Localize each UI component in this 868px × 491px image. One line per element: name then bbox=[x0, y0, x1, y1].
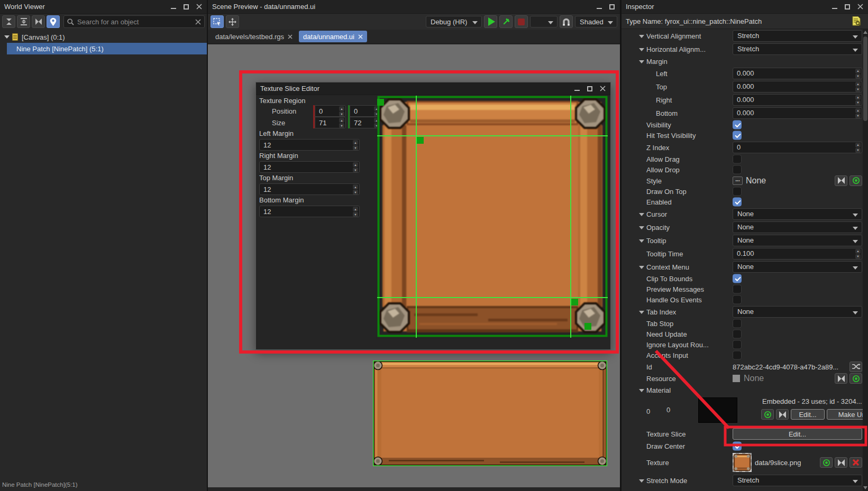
z-index-field[interactable]: 0▲▼ bbox=[733, 142, 862, 153]
edit-material-button[interactable]: Edit... bbox=[791, 409, 825, 420]
top-field[interactable]: 0.000▲▼ bbox=[733, 81, 862, 92]
bottom-field[interactable]: 0.000▲▼ bbox=[733, 107, 862, 119]
right-field[interactable]: 0.000▲▼ bbox=[733, 94, 862, 106]
locate-resource-button[interactable] bbox=[849, 373, 862, 384]
spin-arrows[interactable]: ▲▼ bbox=[353, 184, 358, 194]
collapse-arrow-icon[interactable] bbox=[639, 226, 644, 229]
make-unique-button[interactable]: Make Unique bbox=[827, 409, 863, 420]
collapse-arrow-icon[interactable] bbox=[639, 60, 644, 63]
maximize-icon[interactable] bbox=[182, 3, 190, 11]
spin-arrows[interactable]: ▲▼ bbox=[353, 162, 358, 172]
clear-selection-button[interactable] bbox=[32, 15, 45, 28]
find-usages-button[interactable] bbox=[852, 16, 861, 27]
scrollbar-thumb[interactable] bbox=[863, 36, 867, 121]
tree-item-canvas[interactable]: [Canvas] (0:1) bbox=[0, 31, 207, 43]
minimize-icon[interactable] bbox=[573, 85, 581, 92]
maximize-icon[interactable] bbox=[608, 3, 616, 11]
position-y-field[interactable]: 0▲▼ bbox=[348, 105, 381, 117]
stretch-mode-dropdown[interactable]: Stretch bbox=[733, 475, 862, 486]
scroll-down-icon[interactable] bbox=[863, 486, 867, 489]
unassign-style-button[interactable] bbox=[835, 175, 847, 186]
inspector-scrollbar[interactable] bbox=[863, 29, 868, 491]
collapse-arrow-icon[interactable] bbox=[639, 389, 644, 392]
allow-drop-checkbox[interactable] bbox=[733, 165, 742, 174]
need-update-checkbox[interactable] bbox=[733, 330, 742, 339]
collapse-arrow-icon[interactable] bbox=[639, 266, 644, 269]
draw-on-top-checkbox[interactable] bbox=[733, 187, 742, 196]
locate-selection-button[interactable] bbox=[47, 15, 60, 28]
cursor-dropdown[interactable]: None bbox=[733, 208, 862, 220]
expand-all-button[interactable] bbox=[17, 15, 30, 28]
spin-arrows[interactable]: ▲▼ bbox=[855, 69, 861, 79]
close-icon[interactable] bbox=[599, 85, 606, 92]
maximize-icon[interactable] bbox=[844, 3, 851, 11]
allow-drag-checkbox[interactable] bbox=[733, 155, 742, 164]
remove-texture-button[interactable] bbox=[849, 457, 862, 468]
stop-button[interactable] bbox=[515, 15, 528, 28]
tree-item-ninepatch[interactable]: Nine Patch [NinePatch] (5:1) bbox=[7, 43, 207, 54]
preview-messages-checkbox[interactable] bbox=[733, 285, 742, 294]
collapse-arrow-icon[interactable] bbox=[639, 213, 644, 216]
visibility-checkbox[interactable] bbox=[733, 121, 742, 129]
spin-arrows[interactable]: ▲▼ bbox=[855, 95, 861, 105]
locate-style-button[interactable] bbox=[849, 175, 862, 186]
search-input[interactable] bbox=[77, 18, 192, 26]
tab-index-dropdown[interactable]: None bbox=[733, 306, 862, 318]
left-margin-field[interactable]: 12▲▼ bbox=[259, 139, 360, 151]
tab-close-icon[interactable] bbox=[358, 34, 363, 39]
spin-arrows[interactable]: ▲▼ bbox=[339, 118, 344, 128]
tooltip-dropdown[interactable]: None bbox=[733, 235, 862, 246]
size-w-field[interactable]: 71▲▼ bbox=[313, 117, 346, 128]
horizontal-alignm-dropdown[interactable]: Stretch bbox=[733, 43, 862, 55]
speed-dropdown[interactable] bbox=[530, 16, 558, 27]
ignore-layout-rou-checkbox[interactable] bbox=[733, 340, 742, 349]
snap-button[interactable] bbox=[560, 15, 573, 28]
move-tool-button[interactable] bbox=[226, 15, 239, 28]
enabled-checkbox[interactable] bbox=[733, 198, 742, 207]
tab-stop-checkbox[interactable] bbox=[733, 319, 742, 328]
tooltip-time-field[interactable]: 0.100▲▼ bbox=[733, 248, 862, 260]
collapse-arrow-icon[interactable] bbox=[639, 479, 644, 483]
right-margin-field[interactable]: 12▲▼ bbox=[259, 161, 360, 173]
minimize-icon[interactable] bbox=[170, 3, 177, 11]
search-clear-icon[interactable] bbox=[195, 19, 201, 25]
spin-arrows[interactable]: ▲▼ bbox=[855, 143, 861, 153]
handle-os-events-checkbox[interactable] bbox=[733, 295, 742, 304]
scroll-up-icon[interactable] bbox=[863, 31, 867, 34]
collapse-arrow-icon[interactable] bbox=[639, 311, 644, 314]
unassign-material-button[interactable] bbox=[776, 409, 789, 420]
debug-mode-dropdown[interactable]: Debug (HR) bbox=[426, 16, 482, 27]
spin-arrows[interactable]: ▲▼ bbox=[855, 249, 861, 259]
minimize-icon[interactable] bbox=[831, 3, 838, 11]
slice-editor-titlebar[interactable]: Texture Slice Editor bbox=[256, 82, 610, 95]
tab-close-icon[interactable] bbox=[288, 34, 293, 39]
spin-arrows[interactable]: ▲▼ bbox=[855, 108, 861, 118]
spin-arrows[interactable]: ▲▼ bbox=[353, 140, 358, 150]
bottom-margin-field[interactable]: 12▲▼ bbox=[259, 206, 360, 217]
unassign-texture-button[interactable] bbox=[835, 457, 847, 468]
bottom-right-margin-handle[interactable] bbox=[571, 299, 578, 305]
left-field[interactable]: 0.000▲▼ bbox=[733, 68, 862, 79]
unassign-resource-button[interactable] bbox=[835, 373, 847, 384]
region-extent-handle[interactable] bbox=[584, 323, 591, 330]
minimize-icon[interactable] bbox=[596, 3, 603, 11]
close-icon[interactable] bbox=[195, 3, 203, 11]
opacity-dropdown[interactable]: None bbox=[733, 221, 862, 233]
hit-test-visibility-checkbox[interactable] bbox=[733, 131, 742, 140]
draw-center-checkbox[interactable] bbox=[733, 442, 742, 451]
collapse-arrow-icon[interactable] bbox=[639, 48, 644, 51]
accepts-input-checkbox[interactable] bbox=[733, 351, 742, 360]
texture-slice-preview[interactable] bbox=[377, 96, 608, 338]
vertical-alignment-dropdown[interactable]: Stretch bbox=[733, 30, 862, 42]
play-button[interactable] bbox=[484, 15, 497, 28]
nine-patch-scene-object[interactable] bbox=[373, 360, 607, 466]
region-origin-handle[interactable] bbox=[377, 99, 384, 106]
texture-slice-edit-button[interactable]: Edit... bbox=[733, 428, 862, 440]
tab-testbed[interactable]: data/levels/testbed.rgs bbox=[211, 31, 297, 42]
close-icon[interactable] bbox=[856, 3, 864, 11]
tab-unnamed-ui[interactable]: data/unnamed.ui bbox=[299, 31, 367, 42]
collapse-all-button[interactable] bbox=[2, 15, 15, 28]
expander-icon[interactable] bbox=[4, 35, 10, 39]
top-left-margin-handle[interactable] bbox=[417, 137, 424, 144]
spin-arrows[interactable]: ▲▼ bbox=[339, 106, 344, 116]
